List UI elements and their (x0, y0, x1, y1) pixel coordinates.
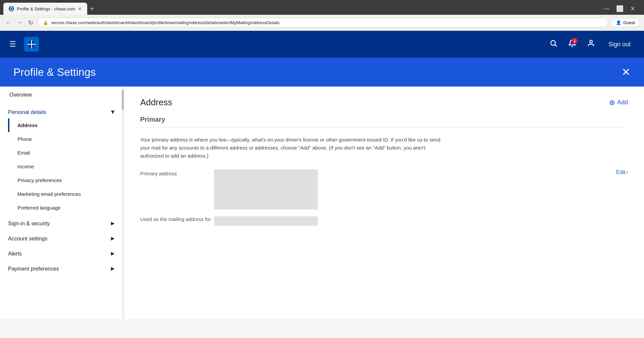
sidebar-address-label: Address (17, 122, 38, 128)
svg-point-6 (551, 41, 555, 45)
sidebar-alerts-label: Alerts (8, 251, 22, 257)
page-title: Address (140, 97, 172, 108)
sidebar-item-address[interactable]: Address (8, 118, 124, 132)
sidebar-item-income[interactable]: Income (8, 160, 124, 173)
sidebar-scrollthumb (122, 90, 124, 110)
plus-circle-icon: ⊕ (609, 98, 615, 107)
user-account-button[interactable] (584, 37, 598, 52)
chevron-right-icon-alerts: ► (110, 250, 116, 257)
profile-settings-title: Profile & Settings (13, 66, 96, 78)
used-as-label: Used as the mailing address for (140, 216, 214, 222)
window-controls: — ⬜ ✕ (603, 5, 641, 12)
sidebar-item-overview[interactable]: Overview (0, 87, 124, 103)
sidebar-section-payment-preferences[interactable]: Payment preferences ► (0, 260, 124, 275)
chevron-right-icon-payment: ► (110, 265, 116, 272)
edit-label: Edit (616, 169, 626, 175)
chevron-right-icon-signin: ► (110, 220, 116, 227)
sidebar-section-account-settings[interactable]: Account settings ► (0, 230, 124, 245)
used-as-value (214, 216, 318, 226)
reload-button[interactable]: ↻ (27, 18, 35, 28)
sidebar-overview-label: Overview (9, 92, 32, 98)
notifications-button[interactable]: 1 (566, 37, 579, 52)
chevron-right-icon-account: ► (110, 235, 116, 242)
sidebar-income-label: Income (17, 164, 34, 169)
profile-label: Guest (623, 20, 635, 25)
add-label: Add (617, 99, 628, 106)
sidebar-account-settings-label: Account settings (8, 236, 47, 242)
content-area: Address ⊕ Add Primary Your primary addre… (124, 87, 644, 319)
profile-icon: 👤 (616, 20, 621, 25)
tab-favicon (9, 6, 14, 11)
used-as-mailing-row: Used as the mailing address for (140, 216, 628, 226)
sidebar-item-phone[interactable]: Phone (8, 132, 124, 146)
browser-toolbar: ← → ↻ 🔒 secure.chase.com/web/auth/dashbo… (0, 15, 644, 31)
sidebar-privacy-label: Privacy preferences (17, 177, 62, 183)
main-layout: Overview Personal details ▼ Address Phon… (0, 87, 644, 319)
sidebar-scrollbar (122, 87, 124, 319)
sidebar-item-preferred-language[interactable]: Preferred language (8, 201, 124, 215)
address-description: Your primary address is where you live—t… (140, 136, 442, 160)
browser-tab[interactable]: Profile & Settings - chase.com ✕ (3, 3, 87, 15)
sidebar-personal-details-label: Personal details (8, 109, 46, 115)
browser-profile-button[interactable]: 👤 Guest (611, 18, 640, 27)
sidebar-email-label: Email (17, 150, 30, 156)
profile-close-button[interactable]: ✕ (622, 66, 631, 78)
lock-icon: 🔒 (43, 20, 48, 25)
url-text: secure.chase.com/web/auth/dashboard#/das… (51, 20, 279, 25)
add-address-button[interactable]: ⊕ Add (609, 98, 628, 107)
primary-address-row: Primary address Edit › (140, 169, 628, 210)
minimize-icon[interactable]: — (603, 5, 609, 12)
maximize-icon[interactable]: ⬜ (616, 5, 624, 12)
sidebar-signin-security-label: Sign-in & security (8, 221, 50, 227)
forward-button[interactable]: → (15, 18, 24, 27)
search-button[interactable] (547, 37, 560, 52)
page-header: Address ⊕ Add (140, 97, 628, 108)
notification-badge: 1 (572, 38, 578, 44)
section-primary-title: Primary (140, 116, 628, 123)
svg-point-8 (590, 40, 592, 43)
sidebar-item-email[interactable]: Email (8, 146, 124, 160)
tab-title: Profile & Settings - chase.com (17, 6, 75, 11)
chevron-right-icon-edit: › (626, 169, 628, 175)
tab-close-button[interactable]: ✕ (78, 6, 82, 11)
sidebar-item-privacy-preferences[interactable]: Privacy preferences (8, 173, 124, 187)
sidebar-section-signin-security[interactable]: Sign-in & security ► (0, 215, 124, 230)
sidebar: Overview Personal details ▼ Address Phon… (0, 87, 124, 319)
edit-address-button[interactable]: Edit › (616, 169, 628, 175)
hamburger-button[interactable]: ☰ (8, 39, 17, 50)
sidebar-item-marketing-email-preferences[interactable]: Marketing email preferences (8, 187, 124, 201)
signout-button[interactable]: Sign out (603, 38, 636, 51)
svg-line-7 (555, 45, 557, 47)
section-divider (140, 127, 628, 128)
back-button[interactable]: ← (4, 18, 13, 27)
top-nav: ☰ 1 (0, 31, 644, 58)
address-actions: Edit › (616, 169, 628, 175)
profile-settings-header: Profile & Settings ✕ (0, 58, 644, 87)
sidebar-preferred-language-label: Preferred language (17, 205, 60, 211)
address-bar[interactable]: 🔒 secure.chase.com/web/auth/dashboard#/d… (37, 18, 608, 27)
close-icon[interactable]: ✕ (630, 5, 635, 12)
browser-tab-bar: Profile & Settings - chase.com ✕ + — ⬜ ✕ (0, 0, 644, 15)
sidebar-section-alerts[interactable]: Alerts ► (0, 245, 124, 260)
primary-address-label: Primary address (140, 169, 214, 176)
sidebar-subitems-personal: Address Phone Email Income Privacy prefe… (0, 118, 124, 215)
sidebar-section-personal-details[interactable]: Personal details ▼ (0, 103, 124, 118)
primary-address-value (214, 169, 318, 210)
chase-logo (24, 37, 39, 52)
sidebar-payment-preferences-label: Payment preferences (8, 266, 59, 272)
new-tab-button[interactable]: + (87, 5, 97, 13)
sidebar-marketing-email-label: Marketing email preferences (17, 191, 81, 197)
sidebar-phone-label: Phone (17, 136, 32, 142)
chevron-down-icon: ▼ (110, 109, 116, 116)
